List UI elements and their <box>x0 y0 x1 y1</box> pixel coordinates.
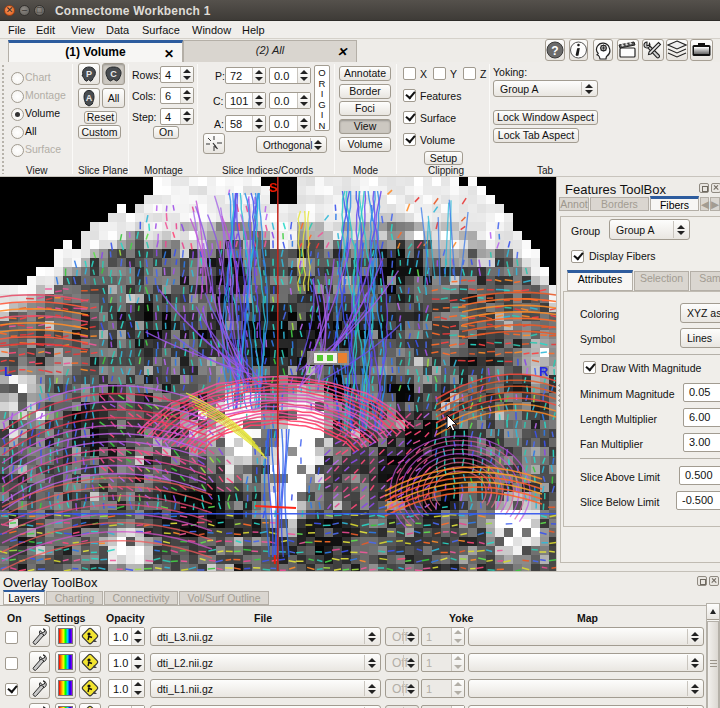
svg-text:?: ? <box>551 44 558 58</box>
svg-text:P: P <box>86 69 92 79</box>
svg-text:A: A <box>86 93 93 103</box>
svg-text:C: C <box>110 69 117 79</box>
